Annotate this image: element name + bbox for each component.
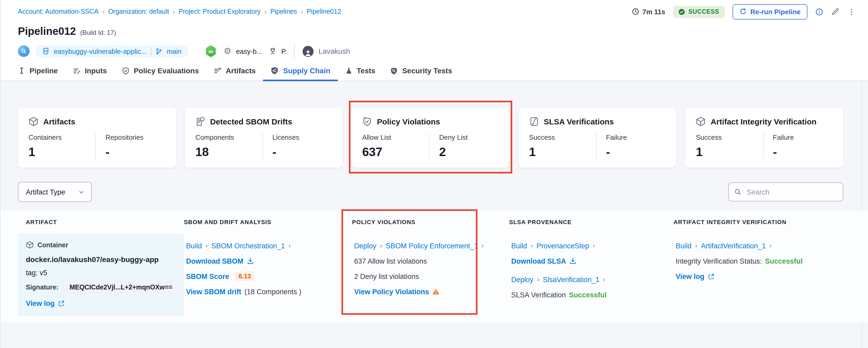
git-branch-icon	[156, 48, 163, 55]
breadcrumb-current-pipeline[interactable]: Pipeline012	[307, 8, 341, 15]
stat-value: -	[606, 145, 666, 159]
search-input[interactable]	[746, 187, 837, 196]
chevron-down-icon	[78, 188, 85, 195]
crumb-separator: ›	[530, 242, 533, 250]
execution-meta-row: easybuggy-vulnerable-applic... main ∞ ⚙ …	[18, 43, 855, 59]
tab-security-tests[interactable]: Security Tests	[383, 65, 459, 81]
info-icon[interactable]	[815, 8, 823, 16]
filter-row: Artifact Type	[18, 182, 843, 202]
rig-icon	[269, 47, 276, 55]
stat-value: 18	[195, 145, 262, 159]
repository-icon	[42, 48, 50, 55]
artifact-type-label: Artifact Type	[26, 188, 65, 196]
tab-policy-evaluations[interactable]: Policy Evaluations	[114, 65, 206, 81]
stage-link[interactable]: Build	[511, 242, 527, 250]
card-sbom-drifts: Detected SBOM Drifts Components18 Licens…	[185, 108, 343, 168]
stat-label: Containers	[28, 134, 95, 141]
breadcrumb-pipelines[interactable]: Pipelines	[270, 8, 297, 15]
stage-link[interactable]: Deploy	[511, 276, 533, 283]
artifact-type-badge: Container	[37, 241, 68, 249]
view-sbom-drift-link[interactable]: View SBOM drift	[186, 288, 241, 295]
slsa-verification-status: Successful	[569, 291, 607, 299]
card-policy-violations: Policy Violations Allow List637 Deny Lis…	[351, 108, 509, 168]
crumb-separator: ›	[481, 242, 484, 250]
supply-chain-panel: Artifacts Containers1 Repositories- Dete…	[1, 81, 868, 348]
column-header-artifact: ARTIFACT	[18, 219, 184, 225]
slsa-verification-label: SLSA Verification	[511, 291, 566, 299]
search-box	[728, 182, 843, 201]
kebab-menu-icon[interactable]	[847, 8, 855, 16]
step-link[interactable]: SBOM Policy Enforcement_1	[386, 242, 478, 250]
sbom-score-link[interactable]: SBOM Score	[186, 272, 229, 280]
external-link-icon	[58, 300, 65, 307]
breadcrumb-project[interactable]: Project: Product Exploratory	[179, 8, 260, 15]
cell-artifact: Container docker.io/lavakush07/easy-bugg…	[18, 234, 184, 316]
stat-value: -	[773, 145, 833, 159]
signature-value: MEQCICde2Vjl...L+2+mqnOXw==	[64, 282, 178, 293]
shield-check-icon	[362, 117, 372, 126]
repo-name-link[interactable]: easybuggy-vulnerable-applic...	[54, 47, 147, 55]
tab-inputs[interactable]: Inputs	[65, 65, 114, 81]
breadcrumb-account[interactable]: Account: Automation-SSCA	[18, 8, 98, 15]
stat-value: -	[272, 145, 332, 159]
crumb-separator: ›	[769, 242, 772, 250]
view-log-link[interactable]: View log	[26, 299, 55, 307]
crumb-separator: ›	[379, 242, 383, 250]
stat-value: 637	[362, 145, 429, 159]
artifact-tag: tag: v5	[26, 269, 176, 277]
stage-link[interactable]: Deploy	[354, 242, 376, 250]
stat-label: Repositories	[105, 134, 165, 141]
view-log-link[interactable]: View log	[676, 272, 704, 280]
step-link[interactable]: SBOM Orchestration_1	[211, 242, 285, 250]
code-repo-module-icon	[18, 45, 30, 57]
stat-value: 1	[28, 145, 95, 159]
edit-pencil-icon[interactable]	[831, 7, 840, 16]
ci-module-hexagon-icon: ∞	[205, 45, 216, 57]
stat-value: 2	[439, 145, 499, 159]
artifact-type-dropdown[interactable]: Artifact Type	[18, 182, 92, 202]
breadcrumb: Account: Automation-SSCA › Organization:…	[18, 8, 341, 16]
summary-cards: Artifacts Containers1 Repositories- Dete…	[18, 108, 843, 168]
branch-name-link[interactable]: main	[167, 47, 182, 55]
rerun-pipeline-button[interactable]: Re-run Pipeline	[732, 4, 807, 19]
breadcrumb-separator: ›	[173, 8, 175, 16]
stat-label: Failure	[773, 134, 833, 141]
breadcrumb-organization[interactable]: Organization: default	[108, 8, 169, 15]
slsa-icon	[529, 117, 539, 126]
download-slsa-link[interactable]: Download SLSA	[511, 257, 566, 265]
tab-pipeline[interactable]: Pipeline	[18, 65, 65, 81]
column-header-policy-violations: POLICY VIOLATIONS	[352, 219, 509, 225]
breadcrumb-separator: ›	[102, 8, 104, 16]
pipeline-execution-page: Account: Automation-SSCA › Organization:…	[0, 0, 868, 348]
stage-link[interactable]: Build	[186, 242, 202, 250]
stat-value: 1	[696, 145, 763, 159]
repo-branch-pill: easybuggy-vulnerable-applic... main	[35, 45, 188, 58]
user-name: Lavakush	[318, 47, 350, 55]
search-icon	[734, 188, 742, 196]
stage-link[interactable]: Build	[676, 242, 691, 250]
status-badge: SUCCESS	[673, 5, 724, 18]
security-shield-search-icon	[390, 67, 398, 75]
view-policy-violations-link[interactable]: View Policy Violations	[354, 288, 429, 295]
tab-supply-chain[interactable]: Supply Chain	[263, 65, 338, 81]
crumb-separator: ›	[602, 276, 606, 283]
card-title: SLSA Verifications	[544, 117, 614, 126]
step-link[interactable]: ArtifactVerification_1	[701, 242, 766, 250]
card-title: Artifact Integrity Verification	[711, 117, 817, 126]
inputs-icon	[72, 67, 81, 75]
card-slsa-verifications: SLSA Verifications Success1 Failure-	[519, 108, 676, 168]
meta-divider	[294, 42, 295, 60]
step-link[interactable]: ProvenanceStep	[536, 242, 589, 250]
step-link[interactable]: SlsaVerification_1	[543, 276, 599, 283]
integrity-status-value: Successful	[765, 257, 803, 265]
shield-check-icon	[122, 67, 129, 75]
external-link-icon	[708, 273, 714, 280]
artifact-image-name: docker.io/lavakush07/easy-buggy-app	[26, 255, 176, 264]
tab-tests[interactable]: Tests	[338, 65, 383, 81]
tab-artifacts[interactable]: Artifacts	[206, 65, 263, 81]
trigger-initial: P.	[281, 47, 287, 55]
crumb-separator: ›	[592, 242, 595, 250]
download-sbom-link[interactable]: Download SBOM	[186, 257, 244, 265]
card-artifact-integrity: Artifact Integrity Verification Success1…	[685, 108, 843, 168]
supply-chain-shield-icon	[270, 66, 279, 75]
